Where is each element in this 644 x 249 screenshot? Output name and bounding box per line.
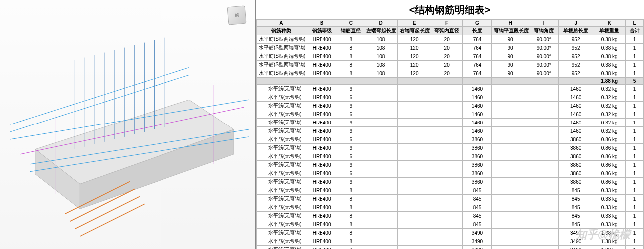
cell-k[interactable]: 0.33 kg	[593, 195, 626, 203]
col-header[interactable]: 单根重量	[593, 27, 626, 35]
cell-l[interactable]: 1	[626, 229, 644, 237]
cell-i[interactable]	[529, 135, 559, 144]
cell-c[interactable]: 6	[338, 119, 364, 127]
cell-k[interactable]: 1.38 kg	[593, 246, 626, 249]
cell-a[interactable]: 水平筋(无弯钩)	[257, 93, 306, 102]
cell-h[interactable]	[491, 135, 529, 144]
col-header[interactable]: 钢筋等级	[306, 27, 338, 35]
cell-e[interactable]	[398, 212, 431, 220]
cell-g[interactable]: 3490	[463, 229, 492, 237]
cell-i[interactable]	[529, 203, 559, 212]
cell-e[interactable]	[398, 78, 431, 85]
cell-l[interactable]: 1	[626, 220, 644, 229]
cell-f[interactable]: 20	[431, 44, 463, 52]
cell-b[interactable]: HRB400	[306, 35, 338, 44]
cell-a[interactable]: 水平筋(无弯钩)	[257, 152, 306, 161]
table-row[interactable]: 水平筋(无弯钩)HRB4006146014600.32 kg1	[257, 85, 644, 93]
cell-i[interactable]	[529, 110, 559, 119]
cell-d[interactable]: 108	[364, 44, 398, 52]
table-row[interactable]: 水平筋(无弯钩)HRB40088458450.33 kg1	[257, 186, 644, 195]
cell-a[interactable]: 水平筋(S型两端弯钩)	[257, 52, 306, 61]
cell-b[interactable]: HRB400	[306, 220, 338, 229]
cell-b[interactable]: HRB400	[306, 119, 338, 127]
cell-d[interactable]	[364, 169, 398, 178]
cell-a[interactable]: 水平筋(无弯钩)	[257, 203, 306, 212]
cell-i[interactable]	[529, 229, 559, 237]
cell-l[interactable]: 1	[626, 144, 644, 152]
cell-c[interactable]: 6	[338, 93, 364, 102]
cell-g[interactable]: 3860	[463, 178, 492, 186]
cell-g[interactable]: 1460	[463, 127, 492, 135]
cell-d[interactable]	[364, 152, 398, 161]
cell-b[interactable]: HRB400	[306, 85, 338, 93]
col-letter[interactable]: I	[529, 20, 559, 27]
cell-j[interactable]: 845	[559, 220, 593, 229]
cell-f[interactable]	[431, 78, 463, 85]
cell-i[interactable]	[529, 152, 559, 161]
cell-e[interactable]	[398, 246, 431, 249]
cell-l[interactable]: 1	[626, 195, 644, 203]
cell-k[interactable]: 0.33 kg	[593, 212, 626, 220]
cell-d[interactable]	[364, 85, 398, 93]
table-row[interactable]: 水平筋(S型两端弯钩)HRB4008108120207649090.00°952…	[257, 52, 644, 61]
cell-h[interactable]	[491, 169, 529, 178]
cell-g[interactable]: 1460	[463, 102, 492, 110]
cell-d[interactable]	[364, 161, 398, 169]
cell-e[interactable]: 120	[398, 52, 431, 61]
cell-l[interactable]: 1	[626, 44, 644, 52]
cell-j[interactable]: 845	[559, 195, 593, 203]
cell-a[interactable]: 水平筋(无弯钩)	[257, 246, 306, 249]
cell-a[interactable]: 水平筋(无弯钩)	[257, 220, 306, 229]
cell-b[interactable]: HRB400	[306, 52, 338, 61]
cell-i[interactable]	[529, 144, 559, 152]
cell-f[interactable]	[431, 220, 463, 229]
cell-f[interactable]	[431, 195, 463, 203]
cell-b[interactable]: HRB400	[306, 195, 338, 203]
cell-d[interactable]	[364, 78, 398, 85]
cell-c[interactable]: 6	[338, 169, 364, 178]
cell-k[interactable]: 1.38 kg	[593, 237, 626, 246]
cell-i[interactable]	[529, 220, 559, 229]
cell-e[interactable]	[398, 93, 431, 102]
table-row[interactable]: 水平筋(无弯钩)HRB4006146014600.32 kg1	[257, 127, 644, 135]
cell-k[interactable]: 0.32 kg	[593, 102, 626, 110]
cell-j[interactable]: 3860	[559, 135, 593, 144]
cell-k[interactable]: 0.86 kg	[593, 161, 626, 169]
cell-f[interactable]	[431, 229, 463, 237]
cell-g[interactable]: 764	[463, 69, 492, 78]
col-letter[interactable]: F	[431, 20, 463, 27]
cell-j[interactable]: 952	[559, 35, 593, 44]
cell-l[interactable]: 1	[626, 110, 644, 119]
cell-e[interactable]	[398, 203, 431, 212]
cell-i[interactable]	[529, 85, 559, 93]
cell-k[interactable]: 0.32 kg	[593, 85, 626, 93]
cell-f[interactable]	[431, 203, 463, 212]
cell-i[interactable]	[529, 127, 559, 135]
cell-l[interactable]: 1	[626, 186, 644, 195]
cell-j[interactable]: 3490	[559, 246, 593, 249]
cell-e[interactable]: 120	[398, 61, 431, 69]
cell-b[interactable]: HRB400	[306, 237, 338, 246]
cell-d[interactable]	[364, 102, 398, 110]
cell-d[interactable]	[364, 220, 398, 229]
cell-l[interactable]: 1	[626, 119, 644, 127]
col-letter[interactable]: E	[398, 20, 431, 27]
table-row[interactable]: 水平筋(无弯钩)HRB4006146014600.32 kg1	[257, 110, 644, 119]
cell-j[interactable]: 3860	[559, 161, 593, 169]
cell-i[interactable]	[529, 119, 559, 127]
cell-d[interactable]	[364, 135, 398, 144]
cell-e[interactable]	[398, 119, 431, 127]
cell-e[interactable]	[398, 85, 431, 93]
table-row[interactable]: 水平筋(无弯钩)HRB4006386038600.86 kg1	[257, 161, 644, 169]
cell-l[interactable]: 1	[626, 127, 644, 135]
cell-l[interactable]: 1	[626, 169, 644, 178]
col-header[interactable]: 单根总长度	[559, 27, 593, 35]
cell-h[interactable]	[491, 203, 529, 212]
cell-k[interactable]: 0.32 kg	[593, 93, 626, 102]
cell-c[interactable]: 6	[338, 135, 364, 144]
cell-j[interactable]: 3860	[559, 144, 593, 152]
cell-k[interactable]: 0.33 kg	[593, 203, 626, 212]
cell-j[interactable]: 845	[559, 186, 593, 195]
cell-g[interactable]: 1460	[463, 85, 492, 93]
cell-i[interactable]	[529, 195, 559, 203]
